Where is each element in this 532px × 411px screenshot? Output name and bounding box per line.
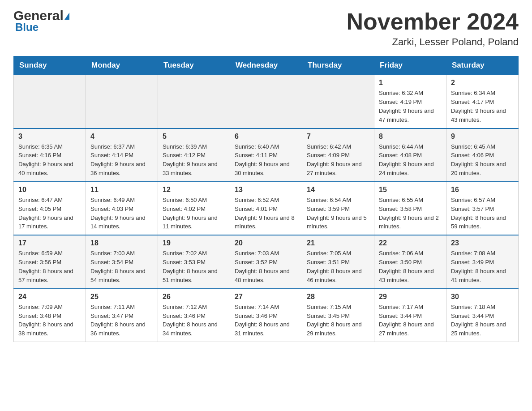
day-info: Sunrise: 7:17 AM Sunset: 3:44 PM Dayligh…	[379, 304, 434, 337]
calendar-cell: 11Sunrise: 6:49 AM Sunset: 4:03 PM Dayli…	[86, 182, 158, 235]
week-row-4: 17Sunrise: 6:59 AM Sunset: 3:56 PM Dayli…	[14, 235, 519, 288]
calendar-cell	[230, 75, 302, 128]
calendar-table: Sunday Monday Tuesday Wednesday Thursday…	[13, 56, 519, 342]
day-number: 2	[451, 79, 514, 87]
day-info: Sunrise: 6:35 AM Sunset: 4:16 PM Dayligh…	[18, 143, 73, 177]
day-info: Sunrise: 6:50 AM Sunset: 4:02 PM Dayligh…	[163, 197, 218, 230]
day-number: 28	[307, 293, 369, 301]
day-number: 1	[379, 79, 442, 87]
calendar-cell: 29Sunrise: 7:17 AM Sunset: 3:44 PM Dayli…	[374, 289, 446, 342]
day-number: 8	[379, 133, 442, 141]
calendar-cell: 16Sunrise: 6:57 AM Sunset: 3:57 PM Dayli…	[446, 182, 519, 235]
calendar-cell: 22Sunrise: 7:06 AM Sunset: 3:50 PM Dayli…	[374, 235, 446, 288]
day-number: 25	[90, 293, 153, 301]
day-info: Sunrise: 7:05 AM Sunset: 3:51 PM Dayligh…	[307, 250, 362, 283]
calendar-cell: 15Sunrise: 6:55 AM Sunset: 3:58 PM Dayli…	[374, 182, 446, 235]
day-info: Sunrise: 7:15 AM Sunset: 3:45 PM Dayligh…	[307, 304, 362, 337]
day-info: Sunrise: 7:02 AM Sunset: 3:53 PM Dayligh…	[163, 250, 218, 283]
day-info: Sunrise: 6:32 AM Sunset: 4:19 PM Dayligh…	[379, 90, 434, 123]
day-info: Sunrise: 6:47 AM Sunset: 4:05 PM Dayligh…	[18, 197, 73, 230]
calendar-cell: 5Sunrise: 6:39 AM Sunset: 4:12 PM Daylig…	[158, 128, 230, 182]
day-number: 3	[18, 133, 81, 141]
calendar-cell: 6Sunrise: 6:40 AM Sunset: 4:11 PM Daylig…	[230, 128, 302, 182]
calendar-cell: 20Sunrise: 7:03 AM Sunset: 3:52 PM Dayli…	[230, 235, 302, 288]
logo-triangle-icon	[64, 13, 69, 20]
calendar-cell: 12Sunrise: 6:50 AM Sunset: 4:02 PM Dayli…	[158, 182, 230, 235]
day-number: 26	[163, 293, 225, 301]
day-info: Sunrise: 6:34 AM Sunset: 4:17 PM Dayligh…	[451, 90, 506, 123]
calendar-cell: 3Sunrise: 6:35 AM Sunset: 4:16 PM Daylig…	[14, 128, 86, 182]
logo-blue-text: Blue	[13, 21, 39, 34]
day-info: Sunrise: 6:40 AM Sunset: 4:11 PM Dayligh…	[235, 143, 290, 177]
day-number: 10	[18, 186, 81, 194]
day-info: Sunrise: 6:42 AM Sunset: 4:09 PM Dayligh…	[307, 143, 362, 177]
day-info: Sunrise: 6:37 AM Sunset: 4:14 PM Dayligh…	[90, 143, 146, 177]
col-monday: Monday	[86, 56, 158, 75]
day-info: Sunrise: 6:59 AM Sunset: 3:56 PM Dayligh…	[18, 250, 73, 283]
day-number: 19	[163, 239, 225, 247]
day-info: Sunrise: 7:14 AM Sunset: 3:46 PM Dayligh…	[235, 304, 290, 337]
day-info: Sunrise: 6:57 AM Sunset: 3:57 PM Dayligh…	[451, 197, 506, 230]
page-header: General Blue November 2024 Zarki, Lesser…	[13, 9, 519, 48]
day-info: Sunrise: 7:09 AM Sunset: 3:48 PM Dayligh…	[18, 304, 73, 337]
day-info: Sunrise: 7:00 AM Sunset: 3:54 PM Dayligh…	[90, 250, 146, 283]
col-friday: Friday	[374, 56, 446, 75]
day-number: 9	[451, 133, 514, 141]
day-number: 30	[451, 293, 514, 301]
week-row-1: 1Sunrise: 6:32 AM Sunset: 4:19 PM Daylig…	[14, 75, 519, 128]
day-info: Sunrise: 7:08 AM Sunset: 3:49 PM Dayligh…	[451, 250, 506, 283]
location-subtitle: Zarki, Lesser Poland, Poland	[347, 36, 519, 48]
day-number: 4	[90, 133, 153, 141]
calendar-cell: 17Sunrise: 6:59 AM Sunset: 3:56 PM Dayli…	[14, 235, 86, 288]
logo-general-text: General	[13, 9, 64, 22]
day-number: 15	[379, 186, 442, 194]
col-tuesday: Tuesday	[158, 56, 230, 75]
day-info: Sunrise: 6:39 AM Sunset: 4:12 PM Dayligh…	[163, 143, 218, 177]
day-info: Sunrise: 6:44 AM Sunset: 4:08 PM Dayligh…	[379, 143, 434, 177]
logo: General Blue	[13, 9, 69, 34]
calendar-cell: 27Sunrise: 7:14 AM Sunset: 3:46 PM Dayli…	[230, 289, 302, 342]
day-number: 21	[307, 239, 369, 247]
day-info: Sunrise: 7:11 AM Sunset: 3:47 PM Dayligh…	[90, 304, 146, 337]
day-number: 5	[163, 133, 225, 141]
calendar-cell: 13Sunrise: 6:52 AM Sunset: 4:01 PM Dayli…	[230, 182, 302, 235]
day-number: 7	[307, 133, 369, 141]
day-number: 20	[235, 239, 297, 247]
calendar-cell: 10Sunrise: 6:47 AM Sunset: 4:05 PM Dayli…	[14, 182, 86, 235]
calendar-cell: 24Sunrise: 7:09 AM Sunset: 3:48 PM Dayli…	[14, 289, 86, 342]
calendar-cell	[302, 75, 374, 128]
day-number: 23	[451, 239, 514, 247]
calendar-cell: 2Sunrise: 6:34 AM Sunset: 4:17 PM Daylig…	[446, 75, 519, 128]
day-info: Sunrise: 7:18 AM Sunset: 3:44 PM Dayligh…	[451, 304, 506, 337]
day-number: 11	[90, 186, 153, 194]
week-row-3: 10Sunrise: 6:47 AM Sunset: 4:05 PM Dayli…	[14, 182, 519, 235]
day-info: Sunrise: 6:49 AM Sunset: 4:03 PM Dayligh…	[90, 197, 146, 230]
day-number: 24	[18, 293, 81, 301]
day-number: 13	[235, 186, 297, 194]
day-number: 6	[235, 133, 297, 141]
calendar-header-row: Sunday Monday Tuesday Wednesday Thursday…	[14, 56, 519, 75]
day-info: Sunrise: 6:54 AM Sunset: 3:59 PM Dayligh…	[307, 197, 367, 230]
day-number: 17	[18, 239, 81, 247]
calendar-cell: 25Sunrise: 7:11 AM Sunset: 3:47 PM Dayli…	[86, 289, 158, 342]
calendar-title-area: November 2024 Zarki, Lesser Poland, Pola…	[347, 9, 519, 48]
week-row-5: 24Sunrise: 7:09 AM Sunset: 3:48 PM Dayli…	[14, 289, 519, 342]
day-number: 27	[235, 293, 297, 301]
day-number: 29	[379, 293, 442, 301]
calendar-cell: 18Sunrise: 7:00 AM Sunset: 3:54 PM Dayli…	[86, 235, 158, 288]
day-number: 18	[90, 239, 153, 247]
calendar-cell: 14Sunrise: 6:54 AM Sunset: 3:59 PM Dayli…	[302, 182, 374, 235]
calendar-cell: 23Sunrise: 7:08 AM Sunset: 3:49 PM Dayli…	[446, 235, 519, 288]
day-info: Sunrise: 7:06 AM Sunset: 3:50 PM Dayligh…	[379, 250, 434, 283]
calendar-cell: 8Sunrise: 6:44 AM Sunset: 4:08 PM Daylig…	[374, 128, 446, 182]
calendar-cell: 4Sunrise: 6:37 AM Sunset: 4:14 PM Daylig…	[86, 128, 158, 182]
day-info: Sunrise: 7:03 AM Sunset: 3:52 PM Dayligh…	[235, 250, 290, 283]
col-wednesday: Wednesday	[230, 56, 302, 75]
day-number: 12	[163, 186, 225, 194]
week-row-2: 3Sunrise: 6:35 AM Sunset: 4:16 PM Daylig…	[14, 128, 519, 182]
calendar-cell: 21Sunrise: 7:05 AM Sunset: 3:51 PM Dayli…	[302, 235, 374, 288]
calendar-cell: 9Sunrise: 6:45 AM Sunset: 4:06 PM Daylig…	[446, 128, 519, 182]
day-info: Sunrise: 7:12 AM Sunset: 3:46 PM Dayligh…	[163, 304, 218, 337]
calendar-cell: 7Sunrise: 6:42 AM Sunset: 4:09 PM Daylig…	[302, 128, 374, 182]
calendar-cell	[14, 75, 86, 128]
